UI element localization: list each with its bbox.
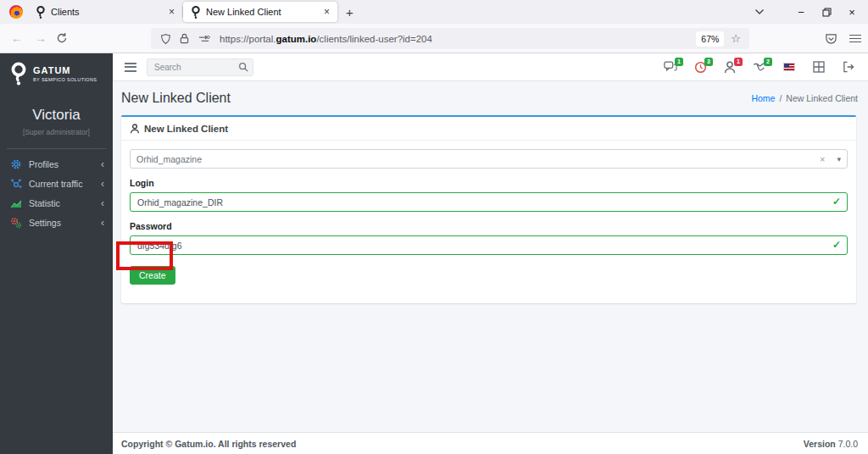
forward-icon[interactable]: → bbox=[29, 31, 53, 45]
brand-tagline: BY SEMPICO SOLUTIONS bbox=[33, 77, 97, 82]
menu-icon[interactable] bbox=[849, 32, 861, 45]
sidebar-item-statistic[interactable]: Statistic ‹ bbox=[0, 193, 113, 213]
tab-close-icon[interactable]: × bbox=[324, 6, 330, 18]
brand-logo[interactable]: GATUM BY SEMPICO SOLUTIONS bbox=[0, 53, 113, 93]
settings-gears-icon bbox=[10, 217, 22, 229]
url-domain: gatum.io bbox=[275, 34, 316, 44]
chats-icon[interactable]: 1 bbox=[663, 59, 678, 75]
user-icon bbox=[130, 124, 140, 134]
tab-new-linked-client[interactable]: New Linked Client × bbox=[183, 2, 337, 22]
lock-icon[interactable] bbox=[180, 33, 189, 44]
relay-icon[interactable] bbox=[198, 35, 210, 43]
connections-icon[interactable]: 2 bbox=[752, 59, 767, 75]
window-minimize-button[interactable]: − bbox=[788, 0, 814, 24]
version-label: Version bbox=[804, 439, 836, 449]
tab-clients[interactable]: Clients × bbox=[28, 0, 182, 24]
card-header: New Linked Client bbox=[121, 117, 856, 141]
gatum-favicon-icon bbox=[191, 5, 201, 19]
sidebar-toggle-icon[interactable] bbox=[125, 60, 136, 74]
brand-name: GATUM bbox=[33, 65, 97, 75]
gatum-favicon-icon bbox=[36, 5, 46, 19]
select-clear-icon[interactable]: × bbox=[820, 154, 825, 164]
sidebar-item-label: Settings bbox=[29, 218, 101, 228]
sidebar-item-label: Profiles bbox=[29, 159, 101, 169]
sidebar-item-settings[interactable]: Settings ‹ bbox=[0, 213, 113, 232]
search-icon[interactable] bbox=[238, 62, 248, 72]
version-value: 7.0.0 bbox=[838, 439, 858, 449]
logout-icon[interactable] bbox=[841, 59, 856, 75]
shield-icon[interactable] bbox=[160, 33, 171, 45]
users-icon[interactable]: 1 bbox=[722, 59, 737, 75]
alerts-icon[interactable]: 3 bbox=[693, 59, 708, 75]
reload-icon[interactable] bbox=[56, 32, 68, 44]
sidebar-item-label: Statistic bbox=[29, 198, 101, 208]
chevron-down-icon[interactable] bbox=[754, 8, 765, 15]
password-input[interactable] bbox=[130, 235, 848, 255]
url-text[interactable]: https://portal.gatum.io/clients/linked-u… bbox=[220, 34, 432, 44]
window-restore-button[interactable] bbox=[814, 0, 839, 24]
user-role: [Super administrator] bbox=[0, 128, 113, 136]
grid-icon bbox=[813, 61, 825, 73]
browser-titlebar: Clients × New Linked Client × + − × bbox=[0, 0, 868, 24]
chats-badge: 1 bbox=[675, 58, 683, 66]
app-footer: Copyright © Gatum.io. All rights reserve… bbox=[113, 432, 868, 454]
password-label: Password bbox=[130, 221, 848, 231]
app-window: GATUM BY SEMPICO SOLUTIONS Victoria [Sup… bbox=[0, 53, 868, 454]
back-icon[interactable]: ← bbox=[5, 31, 29, 45]
tab-title: Clients bbox=[51, 7, 164, 17]
profiles-gear-icon bbox=[10, 158, 22, 170]
page-title: New Linked Client bbox=[121, 91, 231, 106]
login-input[interactable] bbox=[130, 192, 848, 212]
connections-badge: 2 bbox=[764, 58, 772, 66]
create-button[interactable]: Create bbox=[130, 266, 175, 285]
breadcrumb: Home / New Linked Client bbox=[751, 93, 858, 103]
tab-close-icon[interactable]: × bbox=[169, 6, 175, 18]
valid-check-icon: ✓ bbox=[832, 239, 841, 251]
app-navbar: 1 3 1 2 bbox=[113, 53, 868, 81]
breadcrumb-home-link[interactable]: Home bbox=[751, 93, 775, 103]
breadcrumb-current: New Linked Client bbox=[786, 93, 858, 103]
copyright-text: Copyright © Gatum.io. All rights reserve… bbox=[121, 439, 296, 449]
version-text: Version 7.0.0 bbox=[804, 439, 858, 449]
select-caret-icon[interactable]: ▾ bbox=[837, 155, 841, 163]
new-linked-client-card: New Linked Client Orhid_magazine × ▾ Log… bbox=[121, 115, 856, 303]
language-flag-icon[interactable] bbox=[782, 59, 797, 75]
client-select[interactable]: Orhid_magazine × ▾ bbox=[130, 149, 848, 169]
client-select-value: Orhid_magazine bbox=[136, 154, 820, 164]
valid-check-icon: ✓ bbox=[832, 196, 841, 208]
url-prefix: https://portal. bbox=[220, 34, 275, 44]
us-flag-icon bbox=[783, 63, 795, 71]
traffic-hub-icon bbox=[10, 178, 22, 190]
tab-title: New Linked Client bbox=[206, 7, 319, 17]
chevron-left-icon: ‹ bbox=[101, 197, 104, 209]
bookmark-star-icon[interactable]: ☆ bbox=[731, 32, 741, 45]
url-bar[interactable]: https://portal.gatum.io/clients/linked-u… bbox=[151, 28, 749, 49]
content-area: New Linked Client Home / New Linked Clie… bbox=[113, 81, 868, 432]
alerts-badge: 3 bbox=[704, 58, 713, 66]
card-title: New Linked Client bbox=[144, 124, 228, 134]
gatum-logo-icon bbox=[10, 61, 27, 86]
firefox-icon[interactable] bbox=[9, 5, 23, 19]
url-path: /clients/linked-user?id=204 bbox=[316, 34, 431, 44]
statistic-chart-icon bbox=[10, 197, 22, 209]
chevron-left-icon: ‹ bbox=[101, 158, 104, 170]
sidebar: GATUM BY SEMPICO SOLUTIONS Victoria [Sup… bbox=[0, 53, 113, 454]
sidebar-item-label: Current traffic bbox=[29, 179, 101, 189]
login-label: Login bbox=[130, 178, 848, 188]
chevron-left-icon: ‹ bbox=[101, 178, 104, 190]
sidebar-item-profiles[interactable]: Profiles ‹ bbox=[0, 154, 113, 174]
restore-icon bbox=[822, 8, 832, 17]
new-tab-button[interactable]: + bbox=[337, 5, 362, 19]
extension-icon[interactable] bbox=[825, 33, 837, 45]
user-name: Victoria bbox=[0, 107, 113, 124]
apps-grid-icon[interactable] bbox=[811, 59, 826, 75]
sidebar-item-current-traffic[interactable]: Current traffic ‹ bbox=[0, 174, 113, 193]
chevron-left-icon: ‹ bbox=[101, 217, 104, 229]
users-badge: 1 bbox=[734, 58, 743, 66]
sign-out-icon bbox=[843, 61, 854, 73]
browser-toolbar: ← → https://portal.gatum.io/clients/link… bbox=[0, 24, 868, 53]
breadcrumb-separator: / bbox=[779, 93, 782, 103]
page-zoom-badge[interactable]: 67% bbox=[696, 31, 724, 47]
search-box bbox=[147, 58, 253, 76]
window-close-button[interactable]: × bbox=[839, 0, 865, 24]
